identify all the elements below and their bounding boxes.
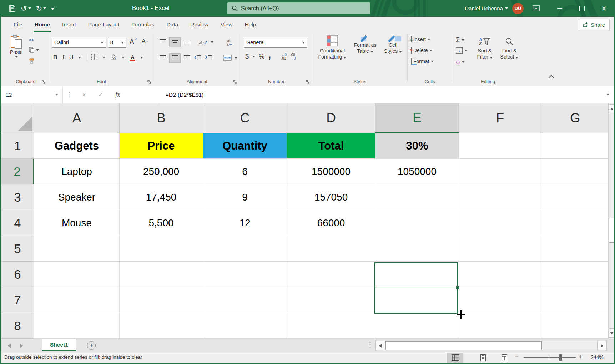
tabbar-drag-dots[interactable]: ⋮ [367, 341, 374, 349]
wrap-text-button[interactable]: abc↩ [227, 39, 232, 46]
cell-E5[interactable] [375, 236, 459, 262]
fill-button[interactable]: ↓ [456, 47, 467, 54]
cell-D1[interactable]: Total [287, 133, 375, 159]
name-box-chevron[interactable] [55, 94, 58, 96]
bold-button[interactable]: B [53, 54, 57, 61]
customize-quick-access-button[interactable] [51, 7, 55, 10]
cell-A6[interactable] [34, 262, 120, 287]
format-painter-button[interactable] [29, 58, 35, 64]
cell-F5[interactable] [459, 236, 541, 262]
minimize-button[interactable] [549, 0, 571, 17]
cell-C6[interactable] [203, 262, 287, 287]
enter-button[interactable]: ✓ [98, 91, 103, 98]
expand-formula-bar-button[interactable] [602, 86, 614, 103]
cell-E3[interactable] [375, 184, 459, 210]
tab-insert[interactable]: Insert [56, 17, 82, 32]
merge-center-button[interactable] [223, 55, 232, 62]
fill-handle[interactable] [456, 286, 459, 289]
orientation-button[interactable]: ab↗ [199, 40, 208, 45]
cell-F1[interactable] [459, 133, 541, 159]
font-dialog-launcher[interactable] [147, 79, 152, 84]
cell-D2[interactable]: 1500000 [287, 159, 375, 184]
cell-G7[interactable] [541, 287, 609, 313]
clipboard-dialog-launcher[interactable] [41, 79, 46, 84]
increase-decimal-button[interactable]: ←0.00 [281, 53, 287, 60]
autosum-button[interactable]: Σ [456, 36, 464, 44]
page-break-view-button[interactable] [496, 353, 513, 363]
middle-align-button[interactable] [170, 38, 180, 47]
format-as-table-button[interactable]: Format asTable [351, 35, 379, 54]
collapse-ribbon-button[interactable] [549, 74, 554, 79]
cell-E8[interactable] [375, 313, 459, 339]
cell-B1[interactable]: Price [120, 133, 203, 159]
cell-F3[interactable] [459, 184, 541, 210]
cell-C4[interactable]: 12 [203, 210, 287, 236]
cut-button[interactable]: ✂ [29, 36, 34, 44]
zoom-slider-thumb[interactable] [559, 354, 562, 361]
fill-color-chevron[interactable] [122, 57, 125, 59]
cell-A3[interactable]: Speaker [34, 184, 120, 210]
cell-C5[interactable] [203, 236, 287, 262]
row-header-6[interactable]: 6 [1, 262, 34, 287]
tab-formulas[interactable]: Formulas [125, 17, 161, 32]
row-header-8[interactable]: 8 [1, 313, 34, 339]
accounting-format-button[interactable]: $ [245, 53, 249, 60]
insert-cells-button[interactable]: ⇦ Insert [411, 36, 430, 42]
find-select-button[interactable]: Find &Select [498, 36, 521, 60]
cell-G2[interactable] [541, 159, 609, 184]
row-header-7[interactable]: 7 [1, 287, 34, 313]
formula-bar-drag-dots[interactable]: ⋮ [63, 86, 76, 103]
col-header-D[interactable]: D [287, 103, 375, 133]
underline-button[interactable]: U [69, 54, 74, 61]
orientation-chevron[interactable] [211, 41, 213, 43]
cell-D8[interactable] [287, 313, 375, 339]
cell-D3[interactable]: 157050 [287, 184, 375, 210]
cell-D5[interactable] [287, 236, 375, 262]
align-center-button[interactable] [170, 54, 180, 62]
number-dialog-launcher[interactable] [306, 79, 310, 84]
user-name[interactable]: Daniel Uchenna [465, 5, 503, 11]
formula-input[interactable]: =D2-(D2*$E$1) [159, 86, 602, 103]
merge-center-chevron[interactable] [235, 57, 237, 59]
tab-help[interactable]: Help [238, 17, 262, 32]
cell-F4[interactable] [459, 210, 541, 236]
cell-A2[interactable]: Laptop [34, 159, 120, 184]
scroll-right-button[interactable] [597, 341, 606, 350]
cell-G1[interactable] [541, 133, 609, 159]
cell-F2[interactable] [459, 159, 541, 184]
undo-button[interactable]: ↺ [21, 4, 31, 13]
cell-E1[interactable]: 30% [375, 133, 459, 159]
conditional-formatting-button[interactable]: ConditionalFormatting [315, 35, 349, 60]
cell-C3[interactable]: 9 [203, 184, 287, 210]
tab-data[interactable]: Data [160, 17, 184, 32]
col-header-E[interactable]: E [375, 103, 459, 133]
cell-A8[interactable] [34, 313, 120, 339]
font-color-button[interactable]: A [130, 54, 135, 61]
col-header-F[interactable]: F [459, 103, 541, 133]
cell-F8[interactable] [459, 313, 541, 339]
cell-B6[interactable] [120, 262, 203, 287]
cell-G5[interactable] [541, 236, 609, 262]
row-header-5[interactable]: 5 [1, 236, 34, 262]
row-header-4[interactable]: 4 [1, 210, 34, 236]
comma-style-button[interactable]: , [268, 53, 271, 56]
tab-home[interactable]: Home [29, 17, 56, 32]
tab-page-layout[interactable]: Page Layout [82, 17, 125, 32]
normal-view-button[interactable] [447, 353, 463, 363]
underline-chevron[interactable] [78, 57, 81, 59]
zoom-slider-track[interactable] [524, 357, 576, 358]
decrease-decimal-button[interactable]: .00→0 [290, 53, 296, 60]
paste-button[interactable]: Paste [7, 35, 26, 58]
save-button[interactable] [9, 5, 16, 12]
ribbon-display-options-button[interactable] [524, 0, 549, 17]
cell-G3[interactable] [541, 184, 609, 210]
font-color-chevron[interactable] [140, 57, 143, 59]
close-button[interactable]: × [593, 0, 615, 17]
horizontal-scrollbar[interactable] [375, 341, 607, 350]
tab-view[interactable]: View [215, 17, 238, 32]
shrink-font-button[interactable]: Aˇ [142, 38, 148, 45]
cell-B4[interactable]: 5,500 [120, 210, 203, 236]
horizontal-scroll-thumb[interactable] [385, 341, 542, 350]
decrease-indent-button[interactable] [194, 55, 202, 61]
cell-F6[interactable] [459, 262, 541, 287]
